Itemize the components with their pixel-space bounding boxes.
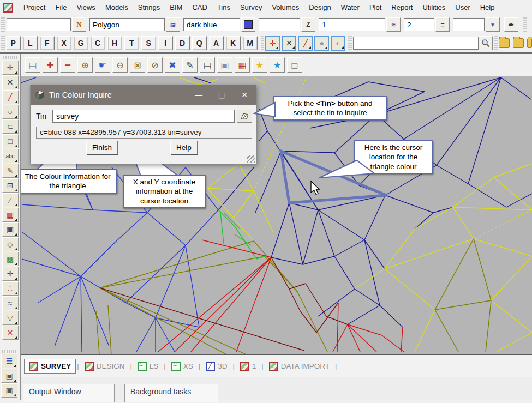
tab-1[interactable]: 1 — [236, 359, 261, 373]
window-copy-icon[interactable]: ▣ — [2, 222, 19, 237]
menu-views[interactable]: Views — [71, 0, 100, 15]
menu-models[interactable]: Models — [100, 0, 133, 15]
point-snap-icon[interactable]: ✛ — [2, 61, 19, 75]
delete-cross-icon[interactable]: ✕ — [2, 326, 19, 340]
zoom-extents-icon[interactable]: ⊕ — [77, 57, 93, 73]
finish-button[interactable]: Finish — [86, 141, 118, 154]
search-input[interactable] — [353, 37, 479, 50]
menu-survey[interactable]: Survey — [235, 0, 267, 15]
close-icon[interactable]: ✕ — [233, 85, 256, 105]
search-icon[interactable] — [479, 36, 493, 50]
shield-boundary-icon[interactable]: ▽ — [2, 311, 19, 325]
minimize-icon[interactable]: — — [187, 85, 210, 105]
tin-input[interactable] — [52, 110, 235, 123]
copy-view-icon[interactable]: ▣ — [217, 57, 232, 73]
colour-input[interactable] — [183, 18, 240, 31]
model-input[interactable] — [89, 18, 165, 31]
menu-report[interactable]: Report — [386, 0, 417, 15]
function-key-f[interactable]: F — [40, 36, 55, 50]
pan-hand-icon[interactable]: ☛ — [95, 57, 110, 73]
translate-move-icon[interactable]: ✛ — [2, 267, 19, 281]
create-circle-icon[interactable]: ○ — [2, 105, 19, 119]
measure-bearing-icon[interactable]: ∕ — [2, 193, 19, 207]
toolbar-grip[interactable] — [348, 36, 352, 50]
tinable-dropdown-icon[interactable]: ▼ — [486, 17, 500, 32]
function-key-d[interactable]: D — [175, 36, 190, 50]
tab-3d[interactable]: 3D — [201, 359, 231, 373]
menu-file[interactable]: File — [50, 0, 71, 15]
function-key-x[interactable]: X — [57, 36, 71, 50]
favourites-star-blue-icon[interactable]: ★ — [270, 57, 285, 73]
zoom-previous-icon[interactable]: ⊘ — [147, 57, 163, 73]
toolbar-grip[interactable] — [523, 17, 527, 32]
new-view-icon[interactable]: ▤ — [25, 57, 40, 73]
output-window-b-icon[interactable]: ▣ — [1, 383, 17, 398]
view-menu-grid-icon[interactable]: ▦ — [235, 57, 250, 73]
function-key-q[interactable]: Q — [192, 36, 207, 50]
height-z-icon[interactable]: Z — [301, 17, 315, 32]
tab-xs[interactable]: XS — [167, 359, 198, 373]
toolbar-grip[interactable] — [2, 350, 16, 353]
zoom-dynamic-icon[interactable]: ⊖ — [112, 57, 128, 73]
create-line-icon[interactable]: ╱ — [2, 90, 19, 104]
snap-point-icon[interactable]: ✛ — [265, 36, 280, 51]
background-tasks-panel[interactable]: Background tasks — [124, 384, 218, 402]
function-key-t[interactable]: T — [124, 36, 139, 50]
function-key-p[interactable]: P — [6, 36, 21, 50]
height-input[interactable] — [259, 18, 300, 31]
toolbar-grip[interactable] — [494, 36, 498, 50]
function-key-g[interactable]: G — [74, 36, 88, 50]
plot-printer-icon[interactable]: ▤ — [200, 57, 215, 73]
favourites-star-yellow-icon[interactable]: ★ — [252, 57, 267, 73]
menu-bim[interactable]: BIM — [165, 0, 187, 15]
linestyle-input[interactable] — [319, 18, 385, 31]
cross-snap-icon[interactable]: ✕ — [2, 75, 19, 89]
delete-view-icon[interactable]: ✖ — [165, 57, 180, 73]
redraw-brush-icon[interactable]: ✎ — [182, 57, 198, 73]
menu-help[interactable]: Help — [475, 0, 500, 15]
zoom-window-icon[interactable]: ⊠ — [130, 57, 145, 73]
menu-plot[interactable]: Plot — [364, 0, 386, 15]
snap-arc-icon[interactable]: ◐ — [331, 36, 345, 51]
sheet-list-icon[interactable]: ☰ — [1, 354, 17, 368]
cad-text-input[interactable] — [7, 18, 71, 31]
model-layers-icon[interactable]: ≋ — [166, 17, 180, 32]
menu-cad[interactable]: CAD — [187, 0, 212, 15]
create-text-icon[interactable]: abc — [2, 149, 19, 163]
tab-survey[interactable]: SURVEY — [24, 359, 76, 374]
menu-user[interactable]: User — [450, 0, 475, 15]
toolbar-grip[interactable] — [1, 17, 5, 32]
folder-share-icon[interactable] — [513, 38, 524, 48]
add-view-icon[interactable]: ✚ — [43, 57, 58, 73]
dialog-titlebar[interactable]: Tin Colour Inquire — ▢ ✕ — [31, 85, 256, 105]
function-key-i[interactable]: I — [158, 36, 173, 50]
function-key-s[interactable]: S — [141, 36, 156, 50]
toolbar-grip[interactable] — [261, 36, 265, 50]
point-dots-icon[interactable]: ∴ — [2, 281, 19, 296]
create-arc-icon[interactable]: ⊂ — [2, 119, 19, 134]
draw-pencil-icon[interactable]: ✎ — [2, 164, 19, 178]
function-key-c[interactable]: C — [91, 36, 105, 50]
insert-image-icon[interactable]: ▩ — [2, 252, 19, 266]
snap-circle-icon[interactable]: ● — [314, 36, 329, 51]
create-rectangle-icon[interactable]: □ — [2, 134, 19, 148]
menu-project[interactable]: Project — [19, 0, 50, 15]
folder-model-icon[interactable] — [499, 38, 510, 48]
create-polygon-icon[interactable]: ◇ — [2, 237, 19, 251]
tin-picker-button[interactable] — [237, 110, 252, 123]
function-key-k[interactable]: K — [226, 36, 241, 50]
toolbar-grip[interactable] — [3, 56, 17, 59]
menu-utilities[interactable]: Utilities — [417, 0, 450, 15]
menu-water[interactable]: Water — [336, 0, 364, 15]
resize-grip[interactable] — [247, 155, 255, 163]
colour-polyline-icon[interactable]: ≈ — [2, 296, 19, 310]
output-window-panel[interactable]: Output Window — [23, 384, 115, 402]
tab-ls[interactable]: LS — [133, 359, 163, 373]
menu-strings[interactable]: Strings — [133, 0, 165, 15]
colour-swatch-button[interactable] — [241, 17, 255, 32]
weight-lines-icon[interactable]: ≡ — [435, 17, 450, 32]
plan-view-canvas[interactable]: Tin Colour Inquire — ▢ ✕ Tin c=blue 088 … — [21, 76, 532, 354]
tab-design[interactable]: DESIGN — [80, 359, 129, 373]
snap-line-icon[interactable]: ╱ — [298, 36, 313, 51]
minus-view-icon[interactable]: ━ — [60, 57, 75, 73]
